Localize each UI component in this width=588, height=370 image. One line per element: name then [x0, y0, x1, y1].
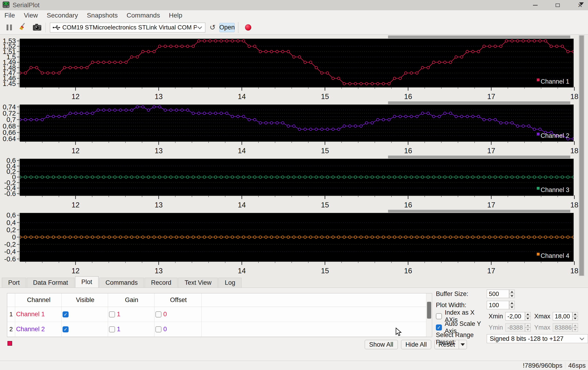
svg-text:18: 18 — [570, 147, 578, 155]
table-row: 1Channel 1✓10 — [7, 307, 432, 322]
svg-text:17: 17 — [487, 147, 495, 155]
scrollbar-thumb[interactable] — [427, 302, 431, 319]
channel-name-cell[interactable]: Channel 2 — [15, 322, 62, 337]
legend-marker — [537, 78, 540, 81]
corner-header — [7, 293, 15, 307]
toolbar: COM19 STMicroelectronics STLink Virtual … — [0, 21, 588, 34]
clear-plot-button[interactable] — [19, 23, 28, 33]
xmax-input[interactable]: 18,00 — [553, 312, 572, 320]
tab-overflow-button[interactable] — [579, 2, 584, 5]
visible-cell: ✓ — [62, 307, 108, 322]
svg-text:12: 12 — [71, 147, 79, 155]
row-number: 2 — [7, 322, 15, 337]
xmin-label: Xmin — [489, 313, 503, 320]
toolbar-separator — [45, 23, 46, 33]
visible-checkbox[interactable]: ✓ — [63, 311, 69, 317]
x-axis-channel-4: 12131415161718 — [20, 261, 574, 275]
plot-width-input[interactable]: 100 — [487, 301, 509, 309]
auto-scale-y-checkbox[interactable]: ✓ — [436, 325, 442, 330]
buffer-size-input[interactable]: 500 — [487, 290, 509, 298]
maximize-icon — [556, 3, 560, 7]
y-axis-channel-1: 1,531,521,511,51,491,481,471,461.45 — [0, 39, 20, 87]
plot-canvas-channel-1[interactable]: Channel 1 — [20, 39, 574, 87]
plot-horizontal-scrollbar[interactable] — [388, 35, 570, 38]
menu-help[interactable]: Help — [165, 12, 187, 19]
tab-log[interactable]: Log — [218, 278, 242, 288]
serial-port-combobox[interactable]: COM19 STMicroelectronics STLink Virtual … — [50, 23, 205, 33]
channel-name-cell[interactable]: Channel 1 — [15, 307, 62, 322]
menu-snapshots[interactable]: Snapshots — [82, 12, 122, 19]
usb-icon — [52, 25, 60, 30]
svg-text:-0,4: -0,4 — [4, 248, 16, 255]
gain-checkbox[interactable] — [109, 326, 115, 332]
x-axis-channel-3: 12131415161718 — [20, 195, 574, 209]
scrollbar-thumb[interactable] — [579, 35, 584, 276]
offset-checkbox[interactable] — [155, 311, 161, 317]
x-axis-channel-1: 12131415161718 — [20, 87, 574, 100]
plot-width-spinner[interactable] — [509, 301, 515, 309]
plot-row-channel-3: 0,60,40,20-0,2-0,4-0.6Channel 3121314151… — [0, 155, 588, 209]
plot-horizontal-scrollbar[interactable] — [388, 156, 570, 158]
tab-text-view[interactable]: Text View — [178, 278, 218, 288]
plot-horizontal-scrollbar[interactable] — [388, 210, 570, 213]
xmax-spinner[interactable] — [572, 312, 578, 320]
gain-checkbox[interactable] — [109, 311, 115, 317]
plot-canvas-channel-2[interactable]: Channel 2 — [20, 105, 574, 141]
gain-value[interactable]: 1 — [117, 326, 120, 333]
range-preset-combobox[interactable]: Signed 8 bits -128 to +127 — [487, 334, 588, 343]
tab-record[interactable]: Record — [145, 278, 178, 288]
tab-plot[interactable]: Plot — [75, 276, 99, 288]
offset-value[interactable]: 0 — [163, 311, 167, 318]
ymax-input: 83886 — [553, 323, 572, 332]
show-all-button[interactable]: Show All — [365, 340, 398, 349]
buffer-size-spinner[interactable] — [509, 290, 515, 298]
pause-button[interactable] — [5, 23, 13, 32]
gain-cell: 1 — [108, 322, 155, 337]
menu-secondary[interactable]: Secondary — [42, 12, 82, 19]
record-button[interactable] — [245, 24, 251, 31]
plot-canvas-channel-3[interactable]: Channel 3 — [20, 159, 574, 195]
offset-checkbox[interactable] — [155, 326, 161, 332]
channel-table: Channel Visible Gain Offset 1Channel 1✓1… — [7, 293, 432, 337]
svg-text:14: 14 — [238, 92, 246, 101]
menu-view[interactable]: View — [19, 12, 42, 19]
tab-commands[interactable]: Commands — [99, 278, 144, 288]
hide-all-button[interactable]: Hide All — [401, 340, 431, 349]
svg-text:14: 14 — [238, 267, 246, 275]
index-as-x-checkbox[interactable] — [436, 313, 442, 319]
legend-marker — [537, 187, 540, 190]
offset-cell: 0 — [155, 307, 202, 322]
status-separator — [565, 362, 565, 369]
visible-checkbox[interactable]: ✓ — [63, 326, 69, 332]
maximize-button[interactable] — [553, 1, 562, 9]
xmin-input[interactable]: -2,00 — [505, 312, 525, 320]
gain-value[interactable]: 1 — [117, 311, 120, 318]
menu-file[interactable]: File — [0, 12, 19, 19]
visible-cell: ✓ — [62, 322, 108, 337]
svg-text:13: 13 — [155, 147, 163, 155]
refresh-ports-button[interactable]: ↺ — [208, 23, 217, 32]
svg-text:15: 15 — [321, 92, 329, 101]
title-bar: SerialPlot × — [0, 0, 588, 10]
minimize-button[interactable] — [531, 1, 540, 9]
svg-text:12: 12 — [71, 267, 79, 275]
tab-data-format[interactable]: Data Format — [27, 278, 74, 288]
chevron-down-icon — [580, 336, 584, 340]
tab-port[interactable]: Port — [2, 278, 26, 288]
channel-color-swatch[interactable] — [8, 341, 12, 346]
plot-canvas-channel-4[interactable]: Channel 4 — [20, 213, 574, 261]
table-vertical-scrollbar[interactable] — [426, 293, 432, 337]
plots-vertical-scrollbar[interactable] — [579, 35, 585, 276]
y-axis-channel-3: 0,60,40,20-0,2-0,4-0.6 — [0, 159, 20, 195]
xmin-spinner[interactable] — [525, 312, 531, 320]
svg-text:-0.6: -0.6 — [4, 190, 16, 197]
svg-text:16: 16 — [404, 267, 412, 275]
menu-commands[interactable]: Commands — [122, 12, 165, 19]
ymin-label: Ymin — [489, 324, 503, 331]
plots-area: 1,531,521,511,51,491,481,471,461.45Chann… — [0, 34, 588, 277]
snapshot-button[interactable] — [32, 23, 42, 32]
plot-horizontal-scrollbar[interactable] — [388, 101, 570, 104]
offset-value[interactable]: 0 — [163, 326, 167, 333]
open-port-button[interactable]: Open — [219, 23, 235, 32]
pause-icon — [7, 24, 8, 30]
